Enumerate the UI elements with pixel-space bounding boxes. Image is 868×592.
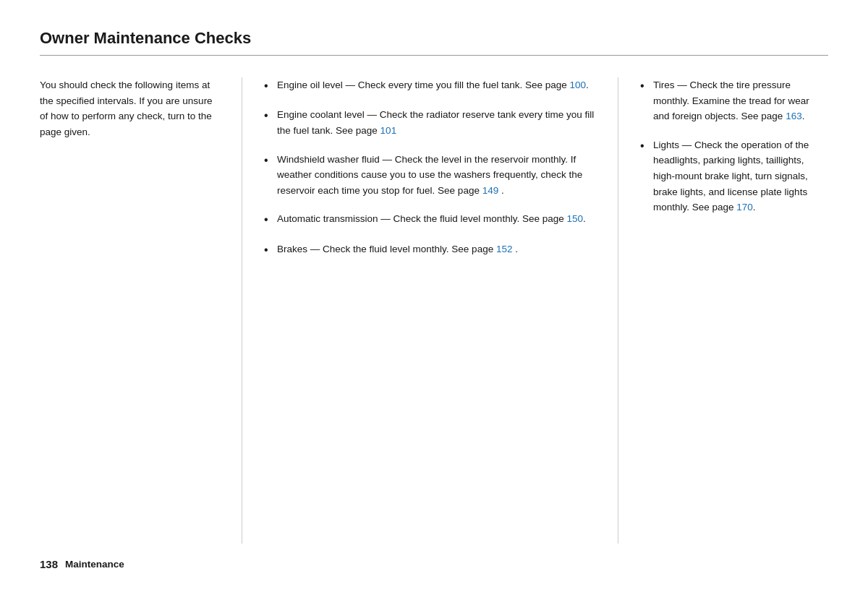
tires-text-after: . xyxy=(802,111,805,121)
bullet-text: Tires — Check the tire pressure monthly.… xyxy=(653,77,828,124)
windshield-text-after: . xyxy=(498,185,504,196)
page-container: Owner Maintenance Checks You should chec… xyxy=(0,0,868,592)
engine-coolant-link[interactable]: 101 xyxy=(380,125,397,136)
bullet-dot: • xyxy=(264,212,273,228)
intro-text: You should check the following items at … xyxy=(40,77,220,140)
left-column: You should check the following items at … xyxy=(40,77,242,544)
brakes-text-before: Brakes — Check the fluid level monthly. … xyxy=(277,244,496,254)
footer-page-number: 138 xyxy=(40,558,58,570)
list-item: • Tires — Check the tire pressure monthl… xyxy=(640,77,828,124)
bullet-dot: • xyxy=(264,242,273,258)
bullet-text: Engine coolant level — Check the radiato… xyxy=(277,107,596,138)
title-divider xyxy=(40,55,828,56)
brakes-link[interactable]: 152 xyxy=(496,244,513,254)
page-footer: 138 Maintenance xyxy=(40,544,828,570)
list-item: • Automatic transmission — Check the flu… xyxy=(264,211,596,228)
page-title: Owner Maintenance Checks xyxy=(40,29,828,48)
right-column: • Tires — Check the tire pressure monthl… xyxy=(618,77,828,544)
middle-column: • Engine oil level — Check every time yo… xyxy=(242,77,618,544)
bullet-text: Automatic transmission — Check the fluid… xyxy=(277,211,596,227)
bullet-dot: • xyxy=(264,108,273,124)
auto-trans-link[interactable]: 150 xyxy=(566,213,583,224)
tires-link[interactable]: 163 xyxy=(786,111,802,121)
brakes-text-after: . xyxy=(512,244,518,254)
bullet-dot: • xyxy=(640,138,649,154)
list-item: • Engine oil level — Check every time yo… xyxy=(264,77,596,94)
list-item: • Engine coolant level — Check the radia… xyxy=(264,107,596,138)
windshield-text-before: Windshield washer fluid — Check the leve… xyxy=(277,154,582,196)
bullet-text: Brakes — Check the fluid level monthly. … xyxy=(277,241,596,257)
windshield-link[interactable]: 149 xyxy=(482,185,499,196)
bullet-text: Engine oil level — Check every time you … xyxy=(277,77,596,93)
list-item: • Lights — Check the operation of the he… xyxy=(640,137,828,215)
right-bullet-list: • Tires — Check the tire pressure monthl… xyxy=(640,77,828,215)
engine-oil-text-after: . xyxy=(586,80,589,90)
engine-coolant-text-before: Engine coolant level — Check the radiato… xyxy=(277,109,594,136)
bullet-dot: • xyxy=(640,78,649,94)
list-item: • Brakes — Check the fluid level monthly… xyxy=(264,241,596,258)
auto-trans-text-after: . xyxy=(583,213,586,224)
list-item: • Windshield washer fluid — Check the le… xyxy=(264,152,596,199)
lights-link[interactable]: 170 xyxy=(736,202,753,213)
engine-oil-text-before: Engine oil level — Check every time you … xyxy=(277,80,569,90)
lights-text-after: . xyxy=(753,202,756,213)
bullet-text: Lights — Check the operation of the head… xyxy=(653,137,828,215)
footer-section-label: Maintenance xyxy=(65,559,124,570)
middle-bullet-list: • Engine oil level — Check every time yo… xyxy=(264,77,596,258)
auto-trans-text-before: Automatic transmission — Check the fluid… xyxy=(277,213,566,224)
engine-oil-link[interactable]: 100 xyxy=(569,80,586,90)
bullet-text: Windshield washer fluid — Check the leve… xyxy=(277,152,596,199)
bullet-dot: • xyxy=(264,153,273,168)
bullet-dot: • xyxy=(264,78,273,94)
lights-text-before: Lights — Check the operation of the head… xyxy=(653,140,809,213)
content-area: You should check the following items at … xyxy=(40,77,828,544)
